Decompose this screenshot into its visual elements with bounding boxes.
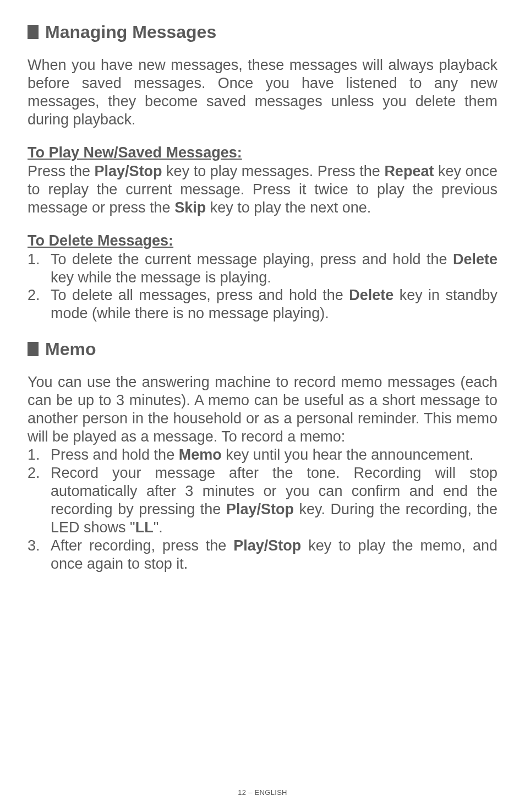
key-label-delete: Delete xyxy=(453,251,497,268)
key-label-memo: Memo xyxy=(179,446,222,463)
text-fragment: To delete all messages, press and hold t… xyxy=(51,287,349,303)
list-item: 1. Press and hold the Memo key until you… xyxy=(28,446,497,464)
list-number: 2. xyxy=(28,464,40,482)
text-fragment: key to play messages. Press the xyxy=(162,163,385,179)
memo-intro-paragraph: You can use the answering machine to rec… xyxy=(28,373,497,446)
list-number: 1. xyxy=(28,250,40,269)
key-label-play-stop: Play/Stop xyxy=(226,501,294,517)
key-label-play-stop: Play/Stop xyxy=(95,163,162,179)
key-label-play-stop: Play/Stop xyxy=(233,537,301,554)
text-fragment: key until you hear the announcement. xyxy=(222,446,474,463)
delete-list: 1. To delete the current message playing… xyxy=(28,250,497,323)
intro-paragraph: When you have new messages, these messag… xyxy=(28,56,497,129)
text-fragment: ". xyxy=(154,519,163,536)
text-fragment: Press the xyxy=(28,163,95,179)
memo-list: 1. Press and hold the Memo key until you… xyxy=(28,446,497,573)
page-footer: 12 – ENGLISH xyxy=(0,788,525,797)
section-title: Memo xyxy=(45,340,96,358)
list-item: 3. After recording, press the Play/Stop … xyxy=(28,537,497,573)
led-value: LL xyxy=(135,519,154,536)
text-fragment: key while the message is playing. xyxy=(51,269,271,286)
sub-heading-delete: To Delete Messages: xyxy=(28,232,497,249)
section-bullet-icon xyxy=(28,342,39,356)
list-number: 2. xyxy=(28,286,40,304)
text-fragment: To delete the current message playing, p… xyxy=(51,251,453,268)
list-number: 3. xyxy=(28,537,40,555)
sub-heading-play: To Play New/Saved Messages: xyxy=(28,144,497,161)
list-item: 2. To delete all messages, press and hol… xyxy=(28,286,497,323)
key-label-delete: Delete xyxy=(349,287,393,303)
text-fragment: After recording, press the xyxy=(51,537,233,554)
text-fragment: key to play the next one. xyxy=(206,199,371,216)
key-label-repeat: Repeat xyxy=(384,163,434,179)
text-fragment: Press and hold the xyxy=(51,446,179,463)
section-title: Managing Messages xyxy=(45,23,216,41)
list-item: 2. Record your message after the tone. R… xyxy=(28,464,497,537)
section-bullet-icon xyxy=(28,25,39,39)
section-heading-managing-messages: Managing Messages xyxy=(28,23,497,41)
key-label-skip: Skip xyxy=(174,199,206,216)
list-number: 1. xyxy=(28,446,40,464)
list-item: 1. To delete the current message playing… xyxy=(28,250,497,287)
play-paragraph: Press the Play/Stop key to play messages… xyxy=(28,162,497,217)
section-heading-memo: Memo xyxy=(28,340,497,358)
